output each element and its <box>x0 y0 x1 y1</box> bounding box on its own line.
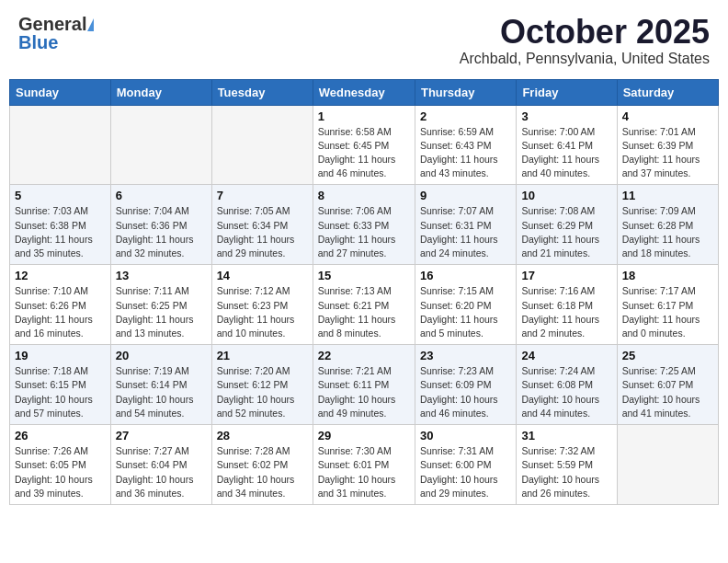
day-number: 6 <box>116 189 207 202</box>
calendar-table: SundayMondayTuesdayWednesdayThursdayFrid… <box>9 79 719 505</box>
day-detail: Sunrise: 6:59 AM Sunset: 6:43 PM Dayligh… <box>420 125 511 181</box>
calendar-cell: 2Sunrise: 6:59 AM Sunset: 6:43 PM Daylig… <box>415 105 516 185</box>
calendar-cell <box>10 105 111 185</box>
calendar-cell: 24Sunrise: 7:24 AM Sunset: 6:08 PM Dayli… <box>517 345 617 425</box>
day-detail: Sunrise: 7:30 AM Sunset: 6:01 PM Dayligh… <box>318 444 410 500</box>
day-number: 28 <box>217 429 308 442</box>
calendar-cell: 13Sunrise: 7:11 AM Sunset: 6:25 PM Dayli… <box>110 265 211 345</box>
day-detail: Sunrise: 7:20 AM Sunset: 6:12 PM Dayligh… <box>217 364 308 420</box>
calendar-week-row: 12Sunrise: 7:10 AM Sunset: 6:26 PM Dayli… <box>10 265 719 345</box>
calendar-cell: 18Sunrise: 7:17 AM Sunset: 6:17 PM Dayli… <box>617 265 718 345</box>
calendar-cell: 28Sunrise: 7:28 AM Sunset: 6:02 PM Dayli… <box>211 425 313 505</box>
day-number: 25 <box>622 349 713 362</box>
logo-line2: Blue <box>18 32 58 53</box>
day-detail: Sunrise: 7:15 AM Sunset: 6:20 PM Dayligh… <box>420 284 511 340</box>
day-number: 4 <box>622 109 713 123</box>
day-number: 3 <box>521 109 611 123</box>
day-number: 21 <box>217 349 308 362</box>
day-detail: Sunrise: 7:24 AM Sunset: 6:08 PM Dayligh… <box>521 364 611 420</box>
calendar-cell: 6Sunrise: 7:04 AM Sunset: 6:36 PM Daylig… <box>110 185 211 265</box>
day-number: 27 <box>116 429 207 442</box>
calendar-cell: 27Sunrise: 7:27 AM Sunset: 6:04 PM Dayli… <box>110 425 211 505</box>
month-title: October 2025 <box>460 14 710 51</box>
calendar-cell: 30Sunrise: 7:31 AM Sunset: 6:00 PM Dayli… <box>415 425 516 505</box>
calendar-cell: 25Sunrise: 7:25 AM Sunset: 6:07 PM Dayli… <box>617 345 718 425</box>
calendar-week-row: 19Sunrise: 7:18 AM Sunset: 6:15 PM Dayli… <box>10 345 719 425</box>
day-detail: Sunrise: 7:13 AM Sunset: 6:21 PM Dayligh… <box>318 284 410 340</box>
day-number: 16 <box>420 269 511 282</box>
day-number: 14 <box>217 269 308 282</box>
day-number: 22 <box>318 349 410 362</box>
calendar-cell: 16Sunrise: 7:15 AM Sunset: 6:20 PM Dayli… <box>415 265 516 345</box>
day-detail: Sunrise: 6:58 AM Sunset: 6:45 PM Dayligh… <box>318 125 410 181</box>
weekday-header: Sunday <box>10 79 111 105</box>
calendar-cell <box>617 425 718 505</box>
day-detail: Sunrise: 7:10 AM Sunset: 6:26 PM Dayligh… <box>15 284 106 340</box>
calendar-cell: 4Sunrise: 7:01 AM Sunset: 6:39 PM Daylig… <box>617 105 718 185</box>
day-detail: Sunrise: 7:12 AM Sunset: 6:23 PM Dayligh… <box>217 284 308 340</box>
calendar-week-row: 26Sunrise: 7:26 AM Sunset: 6:05 PM Dayli… <box>10 425 719 505</box>
day-detail: Sunrise: 7:04 AM Sunset: 6:36 PM Dayligh… <box>116 204 207 260</box>
day-detail: Sunrise: 7:21 AM Sunset: 6:11 PM Dayligh… <box>318 364 410 420</box>
calendar-cell: 14Sunrise: 7:12 AM Sunset: 6:23 PM Dayli… <box>211 265 313 345</box>
day-number: 13 <box>116 269 207 282</box>
day-detail: Sunrise: 7:27 AM Sunset: 6:04 PM Dayligh… <box>116 444 207 500</box>
calendar-cell: 23Sunrise: 7:23 AM Sunset: 6:09 PM Dayli… <box>415 345 516 425</box>
day-detail: Sunrise: 7:01 AM Sunset: 6:39 PM Dayligh… <box>622 125 713 181</box>
calendar-cell: 22Sunrise: 7:21 AM Sunset: 6:11 PM Dayli… <box>313 345 415 425</box>
weekday-header: Wednesday <box>313 79 415 105</box>
day-number: 23 <box>420 349 511 362</box>
day-number: 11 <box>622 189 713 202</box>
day-number: 20 <box>116 349 207 362</box>
day-detail: Sunrise: 7:19 AM Sunset: 6:14 PM Dayligh… <box>116 364 207 420</box>
day-detail: Sunrise: 7:11 AM Sunset: 6:25 PM Dayligh… <box>116 284 207 340</box>
day-number: 26 <box>15 429 106 442</box>
calendar-cell: 9Sunrise: 7:07 AM Sunset: 6:31 PM Daylig… <box>415 185 516 265</box>
day-detail: Sunrise: 7:17 AM Sunset: 6:17 PM Dayligh… <box>622 284 713 340</box>
calendar-week-row: 5Sunrise: 7:03 AM Sunset: 6:38 PM Daylig… <box>10 185 719 265</box>
calendar-cell: 31Sunrise: 7:32 AM Sunset: 5:59 PM Dayli… <box>517 425 617 505</box>
day-detail: Sunrise: 7:06 AM Sunset: 6:33 PM Dayligh… <box>318 204 410 260</box>
day-number: 5 <box>15 189 106 202</box>
day-number: 29 <box>318 429 410 442</box>
weekday-header: Thursday <box>415 79 516 105</box>
calendar-cell: 26Sunrise: 7:26 AM Sunset: 6:05 PM Dayli… <box>10 425 111 505</box>
day-detail: Sunrise: 7:28 AM Sunset: 6:02 PM Dayligh… <box>217 444 308 500</box>
calendar-cell: 11Sunrise: 7:09 AM Sunset: 6:28 PM Dayli… <box>617 185 718 265</box>
calendar-cell: 19Sunrise: 7:18 AM Sunset: 6:15 PM Dayli… <box>10 345 111 425</box>
day-number: 2 <box>420 109 511 123</box>
calendar-cell: 5Sunrise: 7:03 AM Sunset: 6:38 PM Daylig… <box>10 185 111 265</box>
calendar-cell: 8Sunrise: 7:06 AM Sunset: 6:33 PM Daylig… <box>313 185 415 265</box>
calendar-cell: 7Sunrise: 7:05 AM Sunset: 6:34 PM Daylig… <box>211 185 313 265</box>
day-number: 17 <box>521 269 611 282</box>
day-detail: Sunrise: 7:23 AM Sunset: 6:09 PM Dayligh… <box>420 364 511 420</box>
weekday-header: Tuesday <box>211 79 313 105</box>
day-detail: Sunrise: 7:07 AM Sunset: 6:31 PM Dayligh… <box>420 204 511 260</box>
day-detail: Sunrise: 7:16 AM Sunset: 6:18 PM Dayligh… <box>521 284 611 340</box>
calendar-cell <box>211 105 313 185</box>
day-detail: Sunrise: 7:05 AM Sunset: 6:34 PM Dayligh… <box>217 204 308 260</box>
day-number: 24 <box>521 349 611 362</box>
day-number: 9 <box>420 189 511 202</box>
weekday-header: Friday <box>517 79 617 105</box>
day-number: 10 <box>521 189 611 202</box>
calendar-cell <box>110 105 211 185</box>
calendar-cell: 12Sunrise: 7:10 AM Sunset: 6:26 PM Dayli… <box>10 265 111 345</box>
location: Archbald, Pennsylvania, United States <box>460 51 710 67</box>
day-number: 1 <box>318 109 410 123</box>
day-detail: Sunrise: 7:00 AM Sunset: 6:41 PM Dayligh… <box>521 125 611 181</box>
day-detail: Sunrise: 7:18 AM Sunset: 6:15 PM Dayligh… <box>15 364 106 420</box>
day-detail: Sunrise: 7:08 AM Sunset: 6:29 PM Dayligh… <box>521 204 611 260</box>
day-number: 8 <box>318 189 410 202</box>
calendar-cell: 29Sunrise: 7:30 AM Sunset: 6:01 PM Dayli… <box>313 425 415 505</box>
day-detail: Sunrise: 7:26 AM Sunset: 6:05 PM Dayligh… <box>15 444 106 500</box>
day-number: 7 <box>217 189 308 202</box>
weekday-header: Saturday <box>617 79 718 105</box>
calendar-week-row: 1Sunrise: 6:58 AM Sunset: 6:45 PM Daylig… <box>10 105 719 185</box>
weekday-header: Monday <box>110 79 211 105</box>
title-section: October 2025 Archbald, Pennsylvania, Uni… <box>460 14 710 67</box>
calendar-cell: 17Sunrise: 7:16 AM Sunset: 6:18 PM Dayli… <box>517 265 617 345</box>
calendar-cell: 1Sunrise: 6:58 AM Sunset: 6:45 PM Daylig… <box>313 105 415 185</box>
day-detail: Sunrise: 7:03 AM Sunset: 6:38 PM Dayligh… <box>15 204 106 260</box>
logo: General Blue <box>18 14 94 53</box>
